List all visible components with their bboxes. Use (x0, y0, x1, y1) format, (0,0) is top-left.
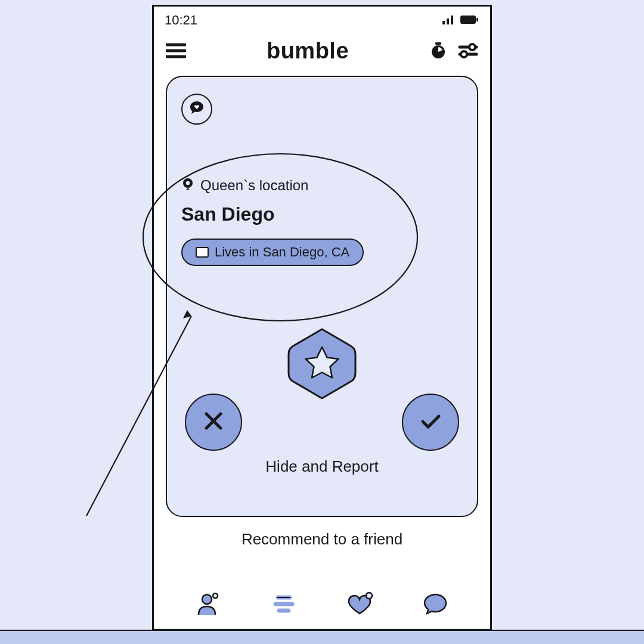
location-label: Queen`s location (200, 177, 308, 194)
bottom-tab-bar (154, 581, 490, 629)
tab-likes[interactable] (345, 592, 374, 618)
svg-point-13 (461, 51, 467, 57)
svg-rect-1 (447, 18, 449, 24)
svg-rect-3 (460, 16, 476, 24)
location-section: Queen`s location San Diego Lives in San … (181, 177, 463, 266)
svg-rect-9 (435, 42, 441, 45)
svg-point-25 (366, 593, 372, 599)
svg-point-15 (186, 181, 190, 185)
home-icon (196, 247, 209, 258)
superswipe-button[interactable] (284, 326, 360, 402)
profile-card: Queen`s location San Diego Lives in San … (166, 76, 478, 517)
hide-and-report-link[interactable]: Hide and Report (181, 457, 463, 476)
timer-icon[interactable] (429, 42, 447, 60)
status-bar: 10:21 (154, 7, 490, 30)
tab-profile[interactable] (196, 592, 222, 618)
pass-button[interactable] (185, 394, 242, 451)
action-button-row: Hide and Report (181, 326, 463, 451)
svg-point-11 (469, 44, 475, 50)
svg-rect-0 (442, 21, 445, 24)
svg-point-19 (213, 593, 218, 598)
tab-discover[interactable] (271, 594, 297, 617)
cell-signal-icon (442, 13, 456, 28)
battery-icon (460, 13, 479, 28)
tab-chats[interactable] (422, 592, 448, 618)
status-time: 10:21 (165, 13, 197, 28)
check-icon (417, 408, 444, 436)
svg-rect-4 (476, 18, 478, 21)
opening-move-button[interactable] (181, 94, 212, 125)
svg-point-18 (202, 595, 212, 604)
lives-in-chip-label: Lives in San Diego, CA (215, 244, 349, 260)
location-city: San Diego (181, 203, 463, 225)
page-footer-strip (0, 631, 644, 644)
like-button[interactable] (402, 394, 459, 451)
recommend-to-friend-link[interactable]: Recommend to a friend (154, 530, 490, 549)
location-pin-icon (181, 177, 194, 194)
app-title: bumble (267, 38, 349, 64)
hamburger-menu-button[interactable] (166, 42, 186, 59)
svg-rect-2 (451, 16, 453, 24)
phone-frame: 10:21 bumble (152, 5, 492, 631)
x-icon (202, 409, 225, 435)
app-header: bumble (154, 30, 490, 70)
lives-in-chip[interactable]: Lives in San Diego, CA (181, 239, 364, 266)
filter-settings-icon[interactable] (458, 42, 478, 59)
speech-heart-icon (188, 100, 205, 119)
